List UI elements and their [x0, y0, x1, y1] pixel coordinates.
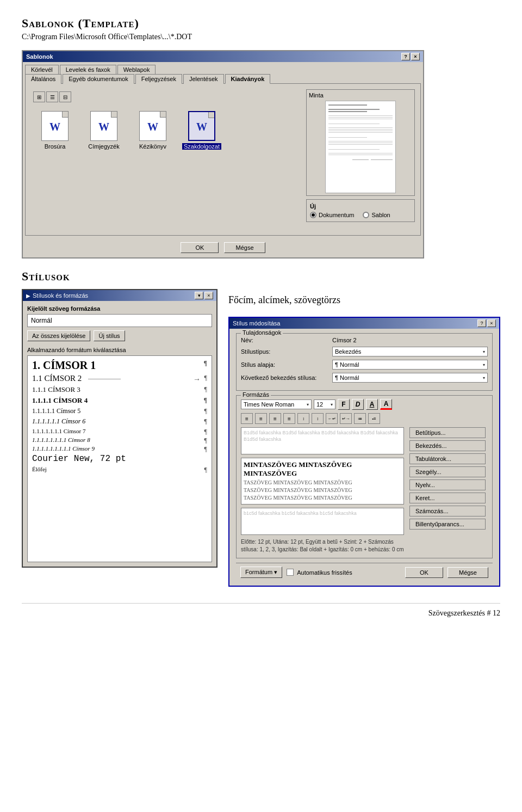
menu-tabulatorok[interactable]: Tabulátorok... — [409, 453, 486, 464]
list-item-h3[interactable]: 1.1.1 CÍMSOR 3¶ — [28, 384, 212, 395]
styles-panel-titlebar-btns: ▾ × — [195, 292, 213, 299]
list-item-h4[interactable]: 1.1.1.1 CÍMSOR 4¶ — [28, 395, 212, 406]
stilustipus-select[interactable]: Bekezdés ▾ — [332, 347, 488, 356]
stilus-titlebar: Stílus módosítása ? × — [229, 318, 499, 329]
align-right-btn[interactable]: ≡ — [269, 413, 281, 424]
template-icon-brosura[interactable]: W Brosúra — [33, 111, 77, 150]
auto-update-label: Automatikus frissítés — [297, 569, 352, 576]
list-item-h9[interactable]: 1.1.1.1.1.1.1.1.1 Címsor 9¶ — [28, 444, 212, 453]
stilus-help-btn[interactable]: ? — [477, 319, 486, 327]
kijelolt-label: Kijelölt szöveg formázása — [27, 305, 212, 312]
radio-dokumentum[interactable]: Dokumentum — [310, 212, 354, 218]
preview-text-2: MINTASZÖVEG MINTASZÖVEG MINTASZÖVEG TASZ… — [241, 458, 404, 505]
list-item-h1[interactable]: 1. CÍMSOR 1¶ — [28, 358, 212, 373]
stilus-alapja-select[interactable]: ¶ Normál ▾ — [332, 360, 488, 370]
stilus-close-btn[interactable]: × — [487, 319, 496, 327]
styles-panel: ▶ Stílusok és formázás ▾ × Kijelölt szöv… — [22, 289, 217, 568]
current-style-input[interactable]: Normál — [27, 314, 212, 327]
menu-szamozas[interactable]: Számozás... — [409, 506, 486, 516]
styles-panel-titlebar: ▶ Stílusok és formázás ▾ × — [23, 290, 216, 301]
indent-right-btn[interactable]: ↵→ — [340, 413, 352, 424]
stilus-cancel-btn[interactable]: Mégse — [448, 567, 488, 578]
stilus-dialog-title: Stílus módosítása — [233, 320, 280, 327]
select-all-btn[interactable]: Az összes kijelölése — [27, 330, 90, 341]
font-select[interactable]: Times New Roman ▾ — [241, 399, 312, 409]
menu-betutipus[interactable]: Betűtípus... — [409, 427, 486, 438]
list-item-elofej[interactable]: Élőfej¶ — [28, 465, 212, 473]
stilus-ok-cancel: OK Mégse — [405, 567, 488, 578]
bold-btn[interactable]: F — [338, 399, 350, 410]
underline-btn[interactable]: A — [366, 399, 378, 410]
page-title: Sablonok (Template) — [22, 16, 500, 30]
list-item-h7[interactable]: 1.1.1.1.1.1.1 Címsor 7¶ — [28, 427, 212, 435]
align-row: ≡ ≡ ≡ ≡ ↕ ↕ ←↵ ↵→ ≔ •≡ — [241, 413, 488, 424]
close-btn[interactable]: × — [411, 53, 420, 60]
numbering-btn[interactable]: ≔ — [354, 413, 366, 424]
bullets-btn[interactable]: •≡ — [368, 413, 380, 424]
description-text: Főcím, alcímek, szövegtörzs — [228, 294, 500, 306]
panel-icon: ▶ — [26, 293, 30, 299]
spacing-1-btn[interactable]: ↕ — [297, 413, 309, 424]
menu-bekezdes[interactable]: Bekezdés... — [409, 440, 486, 451]
indent-left-btn[interactable]: ←↵ — [326, 413, 338, 424]
sablonok-buttons: OK Mégse — [23, 238, 423, 257]
color-btn[interactable]: A — [380, 399, 392, 410]
sablonok-titlebar-buttons: ? × — [401, 53, 420, 60]
panel-btn-close[interactable]: × — [204, 292, 213, 299]
styles-list[interactable]: 1. CÍMSOR 1¶ 1.1 CÍMSOR 2 → ¶ 1.1.1 CÍMS… — [27, 355, 212, 562]
list-item-h5[interactable]: 1.1.1.1.1 Címsor 5¶ — [28, 406, 212, 416]
cancel-button[interactable]: Mégse — [224, 242, 265, 253]
stilus-ok-btn[interactable]: OK — [405, 567, 443, 578]
align-left-btn[interactable]: ≡ — [241, 413, 253, 424]
template-icon-szakdolgozat[interactable]: W Szakdolgozat — [180, 111, 223, 150]
new-label: Új — [310, 203, 411, 210]
tab-korLevel[interactable]: Körlevél — [25, 65, 59, 74]
menu-billentyu[interactable]: Billentyűparancs... — [409, 519, 486, 530]
ok-button[interactable]: OK — [181, 242, 219, 253]
kovetkezo-select[interactable]: ¶ Normál ▾ — [332, 373, 488, 383]
size-select[interactable]: 12 ▾ — [314, 399, 335, 409]
menu-keret[interactable]: Keret... — [409, 493, 486, 503]
template-icon-cimjegyzek[interactable]: W Címjegyzék — [82, 111, 126, 150]
kovetkezo-row: Következő bekezdés stílusa: ¶ Normál ▾ — [241, 373, 488, 383]
tab-jelentes[interactable]: Jelentések — [183, 74, 224, 84]
preview-paper — [325, 101, 396, 193]
menu-buttons: Betűtípus... Bekezdés... Tabulátorok... … — [409, 427, 488, 530]
spacing-2-btn[interactable]: ↕ — [312, 413, 324, 424]
tab-levelek[interactable]: Levelek és faxok — [60, 65, 116, 74]
template-icon-kezikonyv[interactable]: W Kézikönyv — [131, 111, 175, 150]
list-item-courier[interactable]: Courier New, 72 pt — [28, 453, 212, 465]
radio-sablon[interactable]: Sablon — [363, 212, 390, 218]
help-btn[interactable]: ? — [401, 53, 410, 60]
menu-szegely[interactable]: Szegély... — [409, 466, 486, 477]
kovetkezo-label: Következő bekezdés stílusa: — [241, 374, 328, 381]
view-btn-1[interactable]: ⊞ — [33, 91, 45, 102]
panel-title: Stílusok és formázás — [33, 292, 88, 299]
list-item-h2[interactable]: 1.1 CÍMSOR 2 → ¶ — [28, 373, 212, 384]
page-path: C:\Program Files\Microsoft Office\Templa… — [22, 33, 500, 41]
tab-altalanos[interactable]: Általános — [25, 74, 61, 84]
align-justify-btn[interactable]: ≡ — [283, 413, 295, 424]
align-center-btn[interactable]: ≡ — [255, 413, 267, 424]
list-item-h6[interactable]: 1.1.1.1.1.1 Címsor 6¶ — [28, 416, 212, 427]
list-item-h8[interactable]: 1.1.1.1.1.1.1.1 Címsor 8¶ — [28, 435, 212, 444]
formatum-btn[interactable]: Formátum ▾ — [240, 567, 282, 578]
preview-and-desc: B1d5d fakacshka B1d5d fakacshka B1d5d fa… — [241, 427, 404, 553]
view-btn-2[interactable]: ☰ — [46, 91, 58, 102]
nev-value: Címsor 2 — [332, 337, 488, 343]
stilus-alapja-row: Stílus alapja: ¶ Normál ▾ — [241, 360, 488, 370]
menu-nyelv[interactable]: Nyelv... — [409, 479, 486, 490]
preview-section: Minta — [306, 89, 415, 230]
panel-btn-dropdown[interactable]: ▾ — [195, 292, 203, 299]
formazas-label: Formázás — [241, 391, 271, 398]
italic-btn[interactable]: D — [352, 399, 364, 410]
auto-update-checkbox[interactable] — [287, 569, 294, 576]
tab-feljegyzes[interactable]: Feljegyzések — [135, 74, 182, 84]
stilus-titlebar-btns: ? × — [477, 319, 496, 327]
new-style-btn[interactable]: Új stílus — [94, 330, 125, 341]
new-section: Új Dokumentum Sablon — [306, 199, 415, 222]
tab-weblapok[interactable]: Weblapok — [117, 65, 156, 74]
view-btn-3[interactable]: ⊟ — [59, 91, 71, 102]
tab-kiadvanyok[interactable]: Kiadványok — [225, 74, 271, 84]
tab-egyeb[interactable]: Egyéb dokumentumok — [63, 74, 134, 84]
